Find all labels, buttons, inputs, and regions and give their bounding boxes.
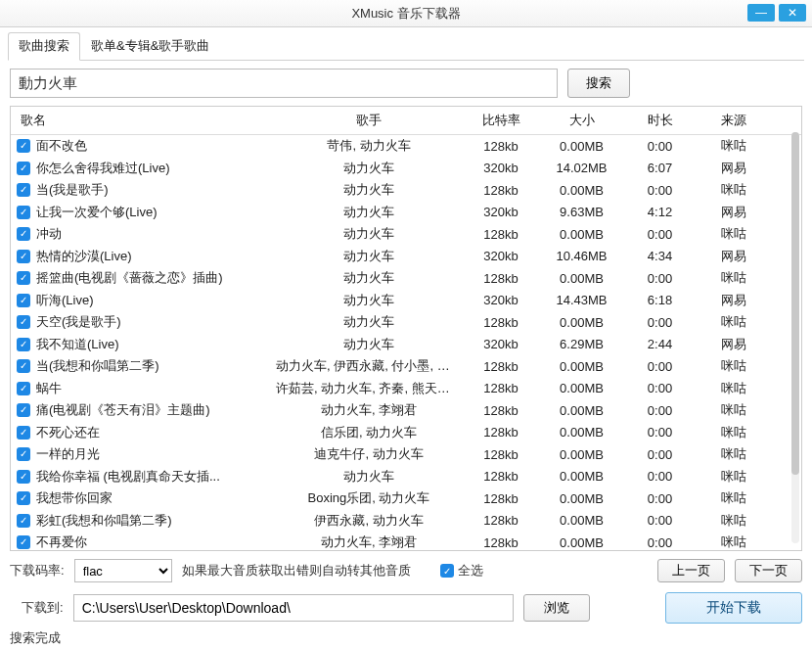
cell-artist: 动力火车 xyxy=(276,204,462,221)
header-duration[interactable]: 时长 xyxy=(623,112,697,129)
table-row[interactable]: 你怎么舍得我难过(Live)动力火车320kb14.02MB6:07网易 xyxy=(11,158,801,180)
cell-size: 14.02MB xyxy=(540,161,623,175)
cell-artist: 动力火车 xyxy=(276,269,462,287)
row-checkbox[interactable] xyxy=(17,294,30,307)
row-checkbox[interactable] xyxy=(17,514,30,528)
row-checkbox[interactable] xyxy=(17,183,30,197)
minimize-button[interactable]: — xyxy=(747,4,775,22)
table-row[interactable]: 当(我想和你唱第二季)动力火车, 伊西永藏, 付小墨, 彝蒙...128kb0.… xyxy=(11,355,801,378)
close-button[interactable]: ✕ xyxy=(779,4,806,22)
row-checkbox[interactable] xyxy=(17,206,30,219)
table-row[interactable]: 热情的沙漠(Live)动力火车320kb10.46MB4:34网易 xyxy=(11,246,801,268)
quality-hint: 如果最大音质获取出错则自动转其他音质 xyxy=(182,562,411,579)
row-checkbox[interactable] xyxy=(17,359,30,373)
row-checkbox[interactable] xyxy=(17,535,30,549)
cell-duration: 0:00 xyxy=(623,469,697,484)
table-row[interactable]: 蜗牛许茹芸, 动力火车, 齐秦, 熊天平, ...128kb0.00MB0:00… xyxy=(11,378,801,400)
search-button[interactable]: 搜索 xyxy=(567,69,630,98)
row-checkbox[interactable] xyxy=(17,162,30,175)
cell-name: 冲动 xyxy=(36,225,276,243)
table-row[interactable]: 天空(我是歌手)动力火车128kb0.00MB0:00咪咕 xyxy=(11,311,801,334)
cell-artist: 信乐团, 动力火车 xyxy=(276,424,462,441)
table-row[interactable]: 我不知道(Live)动力火车320kb6.29MB2:44网易 xyxy=(11,334,801,356)
row-checkbox[interactable] xyxy=(17,382,30,395)
row-checkbox[interactable] xyxy=(17,227,30,241)
cell-size: 9.63MB xyxy=(540,205,623,219)
row-checkbox[interactable] xyxy=(17,271,30,285)
scrollbar-thumb[interactable] xyxy=(791,132,799,475)
prev-page-button[interactable]: 上一页 xyxy=(657,559,725,582)
cell-artist: 动力火车 xyxy=(276,313,462,331)
table-row[interactable]: 听海(Live)动力火车320kb14.43MB6:18网易 xyxy=(11,290,801,312)
row-checkbox[interactable] xyxy=(17,338,30,351)
cell-bitrate: 128kb xyxy=(462,491,540,506)
cell-bitrate: 128kb xyxy=(462,183,540,198)
cell-duration: 4:12 xyxy=(623,205,697,219)
cell-source: 咪咕 xyxy=(697,181,770,199)
cell-size: 0.00MB xyxy=(540,227,623,242)
cell-bitrate: 320kb xyxy=(462,337,540,351)
scrollbar[interactable] xyxy=(791,132,799,543)
row-checkbox[interactable] xyxy=(17,139,30,153)
cell-source: 咪咕 xyxy=(697,445,770,463)
cell-bitrate: 128kb xyxy=(462,513,540,528)
table-row[interactable]: 让我一次爱个够(Live)动力火车320kb9.63MB4:12网易 xyxy=(11,202,801,224)
browse-button[interactable]: 浏览 xyxy=(523,594,590,622)
table-row[interactable]: 一样的月光迪克牛仔, 动力火车128kb0.00MB0:00咪咕 xyxy=(11,443,801,466)
select-all-checkbox[interactable] xyxy=(440,564,454,578)
header-size[interactable]: 大小 xyxy=(540,112,623,129)
table-row[interactable]: 痛(电视剧《苍天有泪》主题曲)动力火车, 李翊君128kb0.00MB0:00咪… xyxy=(11,399,801,422)
row-checkbox[interactable] xyxy=(17,447,30,461)
header-bitrate[interactable]: 比特率 xyxy=(462,112,540,129)
cell-name: 摇篮曲(电视剧《蔷薇之恋》插曲) xyxy=(36,269,276,287)
cell-size: 10.46MB xyxy=(540,249,623,263)
cell-duration: 0:00 xyxy=(623,381,697,395)
table-row[interactable]: 我给你幸福 (电视剧真命天女插...动力火车128kb0.00MB0:00咪咕 xyxy=(11,466,801,488)
header-name[interactable]: 歌名 xyxy=(17,112,276,129)
table-row[interactable]: 面不改色苛伟, 动力火车128kb0.00MB0:00咪咕 xyxy=(11,135,801,158)
row-checkbox[interactable] xyxy=(17,403,30,417)
cell-artist: 许茹芸, 动力火车, 齐秦, 熊天平, ... xyxy=(276,380,462,397)
download-path-input[interactable] xyxy=(73,594,514,622)
cell-artist: 动力火车 xyxy=(276,160,462,177)
cell-size: 0.00MB xyxy=(540,315,623,330)
table-row[interactable]: 当(我是歌手)动力火车128kb0.00MB0:00咪咕 xyxy=(11,179,801,202)
row-checkbox[interactable] xyxy=(17,315,30,329)
cell-source: 网易 xyxy=(697,292,770,309)
cell-duration: 0:00 xyxy=(623,227,697,242)
cell-name: 彩虹(我想和你唱第二季) xyxy=(36,512,276,530)
cell-bitrate: 128kb xyxy=(462,139,540,154)
searchbar: 搜索 xyxy=(10,69,802,98)
quality-label: 下载码率: xyxy=(10,562,65,579)
next-page-button[interactable]: 下一页 xyxy=(735,559,802,582)
cell-artist: 动力火车, 李翊君 xyxy=(276,533,462,551)
header-source[interactable]: 来源 xyxy=(697,112,770,129)
table-row[interactable]: 冲动动力火车128kb0.00MB0:00咪咕 xyxy=(11,223,801,246)
table-row[interactable]: 彩虹(我想和你唱第二季)伊西永藏, 动力火车128kb0.00MB0:00咪咕 xyxy=(11,510,801,533)
row-checkbox[interactable] xyxy=(17,426,30,440)
table-row[interactable]: 我想带你回家Boxing乐团, 动力火车128kb0.00MB0:00咪咕 xyxy=(11,487,801,510)
header-artist[interactable]: 歌手 xyxy=(276,112,462,129)
cell-bitrate: 128kb xyxy=(462,315,540,330)
row-checkbox[interactable] xyxy=(17,470,30,484)
cell-bitrate: 128kb xyxy=(462,381,540,395)
table-row[interactable]: 摇篮曲(电视剧《蔷薇之恋》插曲)动力火车128kb0.00MB0:00咪咕 xyxy=(11,267,801,290)
quality-select[interactable]: flac xyxy=(74,559,172,582)
tab-playlist[interactable]: 歌单&专辑&歌手歌曲 xyxy=(80,32,220,61)
cell-name: 我不知道(Live) xyxy=(36,336,276,353)
table-row[interactable]: 不死心还在信乐团, 动力火车128kb0.00MB0:00咪咕 xyxy=(11,422,801,444)
cell-artist: 动力火车 xyxy=(276,248,462,265)
tab-song-search[interactable]: 歌曲搜索 xyxy=(8,32,80,61)
table-row[interactable]: 不再爱你动力火车, 李翊君128kb0.00MB0:00咪咕 xyxy=(11,532,801,551)
cell-name: 让我一次爱个够(Live) xyxy=(36,204,276,221)
cell-artist: 动力火车, 伊西永藏, 付小墨, 彝蒙... xyxy=(276,357,462,375)
row-checkbox[interactable] xyxy=(17,491,30,505)
row-checkbox[interactable] xyxy=(17,250,30,263)
cell-artist: 伊西永藏, 动力火车 xyxy=(276,512,462,530)
cell-source: 咪咕 xyxy=(697,533,770,551)
cell-duration: 0:00 xyxy=(623,139,697,154)
search-input[interactable] xyxy=(10,69,558,98)
cell-size: 0.00MB xyxy=(540,359,623,374)
cell-source: 咪咕 xyxy=(697,512,770,530)
start-download-button[interactable]: 开始下载 xyxy=(665,592,802,624)
